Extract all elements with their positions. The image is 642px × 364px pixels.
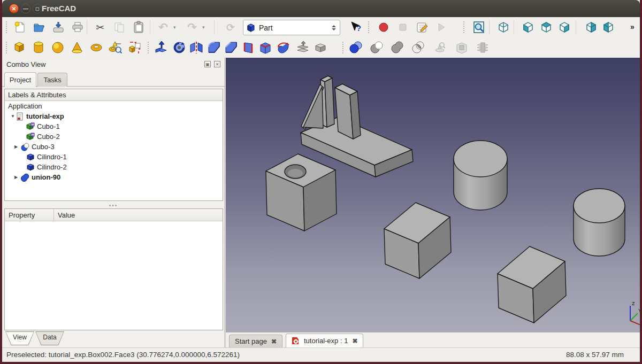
revolve-button[interactable] <box>171 39 188 56</box>
ruled-surface-icon <box>241 41 255 55</box>
close-tab-icon[interactable]: ✖ <box>271 338 277 345</box>
stop-icon <box>399 23 407 32</box>
rear-view-button[interactable] <box>583 19 599 35</box>
macro-record-button[interactable] <box>376 19 392 35</box>
sphere-icon <box>51 41 65 55</box>
print-button[interactable] <box>70 19 86 35</box>
extrude-button[interactable] <box>152 39 170 56</box>
copy-button[interactable] <box>111 19 127 35</box>
solid-cylinder[interactable] <box>454 141 507 210</box>
tab-data[interactable]: Data <box>35 331 64 345</box>
tree-root-application[interactable]: Application <box>5 101 223 111</box>
tree-item[interactable]: Cubo-2 <box>5 131 223 142</box>
refresh-button[interactable]: ⟳ <box>223 19 239 35</box>
tree-item[interactable]: Cilindro-2 <box>5 162 223 172</box>
open-document-button[interactable] <box>31 19 47 35</box>
toolbar-grip[interactable] <box>6 42 9 53</box>
part-cone-button[interactable] <box>68 39 86 56</box>
offset-button[interactable] <box>294 39 311 56</box>
thickness-button[interactable] <box>312 39 329 56</box>
toolbar-grip[interactable] <box>342 42 346 53</box>
solid-cylinder[interactable] <box>574 189 625 256</box>
tree-item[interactable]: Cilindro-1 <box>5 152 223 162</box>
cut-button[interactable]: ✂ <box>92 19 108 35</box>
loft-button[interactable] <box>257 39 274 56</box>
toolbar-grip[interactable] <box>6 21 9 33</box>
macro-stop-button[interactable] <box>395 19 411 35</box>
save-document-button[interactable] <box>50 19 66 35</box>
tree-document-tutorial-exp[interactable]: ▼ tutorial-exp <box>5 111 223 121</box>
create-primitives-button[interactable] <box>107 39 124 56</box>
title-bar[interactable]: ✕ — ▢ FreeCAD <box>2 0 640 17</box>
solid-cube[interactable] <box>498 246 566 323</box>
mdi-tab-document[interactable]: tutorial-exp : 1 ✖ <box>286 334 363 347</box>
top-view-button[interactable] <box>538 19 554 35</box>
part-torus-button[interactable] <box>88 39 105 56</box>
shape-builder-button[interactable] <box>126 39 143 56</box>
toolbar-grip[interactable] <box>148 42 151 53</box>
sweep-button[interactable] <box>275 39 292 56</box>
solid-t-bracket[interactable] <box>301 76 413 177</box>
macro-edit-button[interactable] <box>414 19 430 35</box>
property-column-header[interactable]: Property <box>5 209 54 221</box>
expander-icon[interactable]: ▶ <box>13 175 19 180</box>
workbench-selector-spinner[interactable] <box>332 25 336 30</box>
boolean-cut-button[interactable] <box>368 39 385 56</box>
tree-item[interactable]: ▶ union-90 <box>5 172 223 182</box>
minimize-window-button[interactable]: — <box>21 4 30 13</box>
mirror-button[interactable] <box>188 39 205 56</box>
boolean-button[interactable] <box>347 39 364 56</box>
check-geometry-button[interactable] <box>431 39 448 56</box>
front-view-button[interactable] <box>520 19 536 35</box>
torus-icon <box>89 41 103 55</box>
fit-all-button[interactable] <box>471 19 487 35</box>
edit-shape-button[interactable] <box>453 39 470 56</box>
undo-dropdown-caret[interactable]: ▾ <box>173 25 176 30</box>
shape-builder-icon <box>128 41 142 55</box>
tab-tasks[interactable]: Tasks <box>37 73 67 87</box>
undo-icon: ↶ <box>158 21 168 34</box>
expander-icon[interactable]: ▶ <box>13 144 19 149</box>
redo-button[interactable]: ↷ <box>184 19 200 35</box>
tab-project[interactable]: Project <box>4 72 36 87</box>
boolean-union-button[interactable] <box>389 39 406 56</box>
redo-dropdown-caret[interactable]: ▾ <box>202 25 205 30</box>
toolbar-overflow-button[interactable]: » <box>630 22 634 31</box>
left-view-button[interactable] <box>600 19 616 35</box>
toolbar-grip[interactable] <box>463 21 467 33</box>
close-window-button[interactable]: ✕ <box>9 4 19 13</box>
boolean-intersection-button[interactable] <box>410 39 427 56</box>
macro-execute-button[interactable] <box>433 19 449 35</box>
right-view-button[interactable] <box>556 19 572 35</box>
mdi-tab-start-page[interactable]: Start page ✖ <box>229 335 282 347</box>
chamfer-button[interactable] <box>223 39 240 56</box>
cross-sections-button[interactable] <box>474 39 491 56</box>
paste-button[interactable] <box>131 19 147 35</box>
part-sphere-button[interactable] <box>49 39 66 56</box>
3d-viewport[interactable]: Z Y X <box>226 58 640 332</box>
toolbar-grip[interactable] <box>368 21 371 33</box>
close-tab-icon[interactable]: ✖ <box>352 337 357 345</box>
value-column-header[interactable]: Value <box>54 209 223 221</box>
new-document-button[interactable] <box>12 19 28 35</box>
axonometric-view-button[interactable] <box>495 19 511 35</box>
tree-item[interactable]: ▶ Cubo-3 <box>5 142 223 152</box>
solid-cube[interactable] <box>384 203 451 278</box>
part-box-button[interactable] <box>11 39 28 56</box>
3d-viewport-canvas[interactable]: Z Y X <box>226 58 640 332</box>
solid-cube-with-hole[interactable] <box>266 154 337 231</box>
fillet-button[interactable] <box>205 39 223 56</box>
panel-splitter[interactable]: ••• <box>109 203 118 208</box>
expander-icon[interactable]: ▼ <box>10 114 16 119</box>
float-panel-icon[interactable]: ▣ <box>204 61 211 67</box>
undo-button[interactable]: ↶ <box>155 19 171 35</box>
right-view-icon <box>558 21 571 34</box>
maximize-window-button[interactable]: ▢ <box>33 4 42 13</box>
tree-item[interactable]: Cubo-1 <box>5 121 223 131</box>
ruled-surface-button[interactable] <box>240 39 257 56</box>
part-cylinder-button[interactable] <box>30 39 47 56</box>
whats-this-button[interactable]: ? <box>348 19 364 35</box>
workbench-selector[interactable]: Part <box>243 20 340 35</box>
close-panel-icon[interactable]: ✕ <box>214 61 220 67</box>
tab-view[interactable]: View <box>5 331 34 345</box>
